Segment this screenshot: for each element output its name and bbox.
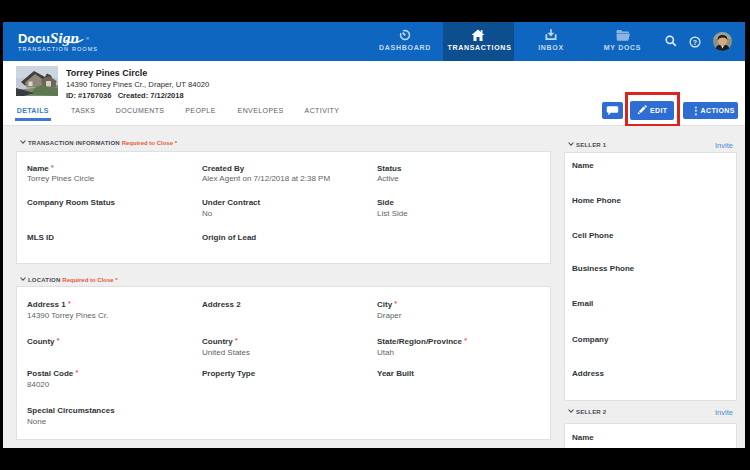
svg-text:?: ? [693,38,697,45]
